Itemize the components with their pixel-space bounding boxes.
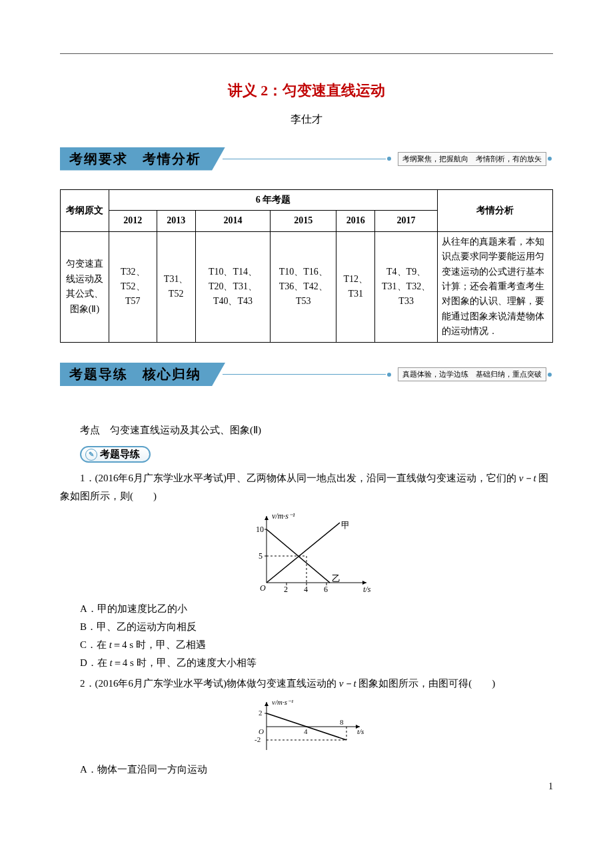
dot-icon	[548, 373, 552, 377]
q2-optA: A．物体一直沿同一方向运动	[60, 761, 553, 779]
q1-x2: 2	[284, 585, 288, 594]
q2-yneg2: -2	[255, 735, 261, 743]
td-topic: 匀变速直线运动及其公式、图象(Ⅱ)	[61, 231, 109, 342]
banner-practice: 考题导练 核心归纳 真题体验，边学边练 基础归纳，重点突破	[60, 363, 553, 387]
td-2012: T32、T52、T57	[109, 231, 157, 342]
page-title: 讲义 2：匀变速直线运动	[60, 81, 553, 101]
td-2015: T10、T16、T36、T42、T53	[271, 231, 336, 342]
q1-optA: A．甲的加速度比乙的小	[60, 600, 553, 618]
q2-stem: 2．(2016年6月广东学业水平考试)物体做匀变速直线运动的 v－t 图象如图所…	[60, 675, 553, 693]
q2-x8: 8	[340, 718, 344, 726]
q1-optC-a: C．在	[80, 639, 109, 650]
q1-y5: 5	[259, 551, 263, 561]
dot-icon	[387, 157, 391, 161]
td-2016: T12、T31	[336, 231, 375, 342]
q1-stem: 1．(2016年6月广东学业水平考试)甲、乙两物体从同一地点出发，沿同一直线做匀…	[60, 469, 553, 505]
q1-optD: D．在 t＝4 s 时，甲、乙的速度大小相等	[60, 654, 553, 672]
banner-outline-main: 考纲要求 考情分析	[60, 147, 225, 171]
q1-optC-b: ＝4 s 时，甲、乙相遇	[112, 639, 206, 650]
th-2012: 2012	[109, 211, 157, 231]
th-2016: 2016	[336, 211, 375, 231]
dot-icon	[387, 373, 391, 377]
svg-line-9	[267, 523, 340, 583]
q2-y2: 2	[259, 709, 263, 717]
q1-optD-a: D．在	[80, 657, 110, 668]
vt-var: v－t	[339, 678, 356, 689]
td-2013: T31、T52	[157, 231, 195, 342]
banner-outline: 考纲要求 考情分析 考纲聚焦，把握航向 考情剖析，有的放矢	[60, 147, 553, 171]
banner-line	[223, 374, 386, 375]
td-2014: T10、T14、T20、T31、T40、T43	[195, 231, 271, 342]
q1-optC: C．在 t＝4 s 时，甲、乙相遇	[60, 636, 553, 654]
q2-x4: 4	[304, 727, 308, 735]
td-analysis: 从往年的真题来看，本知识点要求同学要能运用匀变速运动的公式进行基本计算；还会着重…	[438, 231, 553, 342]
th-2013: 2013	[157, 211, 195, 231]
th-analysis: 考情分析	[438, 190, 553, 232]
page-number: 1	[548, 781, 553, 792]
q1-stem-a: 1．(2016年6月广东学业水平考试)甲、乙两物体从同一地点出发，沿同一直线做匀…	[80, 473, 519, 483]
q1-line-yi: 乙	[332, 573, 340, 583]
exam-table: 考纲原文 6 年考题 考情分析 2012 2013 2014 2015 2016…	[60, 189, 553, 343]
q1-ylabel: v/m·s⁻¹	[272, 511, 295, 521]
q1-xlabel: t/s	[363, 585, 371, 594]
th-outline: 考纲原文	[61, 190, 109, 232]
vt-var: v－t	[519, 473, 536, 483]
kaodian: 考点 匀变速直线运动及其公式、图象(Ⅱ)	[60, 421, 553, 439]
dot-icon	[548, 157, 552, 161]
q2-chart: v/m·s⁻¹ t/s 2 -2 O 4 8	[240, 697, 373, 757]
q1-optB: B．甲、乙的运动方向相反	[60, 618, 553, 636]
q2-stem-b: 图象如图所示，由图可得( )	[356, 678, 496, 689]
banner-practice-sub: 真题体验，边学边练 基础归纳，重点突破	[398, 367, 546, 381]
th-2017: 2017	[375, 211, 438, 231]
q1-chart: v/m·s⁻¹ t/s 10 5 O 2 4 6 甲 乙	[233, 509, 380, 596]
banner-line	[223, 159, 386, 159]
q2-origin: O	[259, 727, 264, 735]
q1-x6: 6	[324, 585, 328, 594]
banner-outline-sub: 考纲聚焦，把握航向 考情剖析，有的放矢	[398, 152, 546, 166]
q1-x4: 4	[304, 585, 308, 594]
th-2015: 2015	[271, 211, 336, 231]
banner-practice-main: 考题导练 核心归纳	[60, 363, 225, 386]
th-2014: 2014	[195, 211, 271, 231]
q1-y10: 10	[256, 525, 264, 534]
q2-stem-a: 2．(2016年6月广东学业水平考试)物体做匀变速直线运动的	[80, 678, 339, 689]
q1-line-jia: 甲	[341, 520, 350, 530]
pill-label: 考题导练	[100, 449, 140, 459]
q1-origin: O	[260, 583, 266, 593]
pill-practice: ✎考题导练	[80, 446, 151, 463]
q2-ylabel: v/m·s⁻¹	[272, 698, 293, 706]
author: 李仕才	[60, 113, 553, 127]
q1-optD-b: ＝4 s 时，甲、乙的速度大小相等	[113, 657, 257, 668]
td-2017: T4、T9、T31、T32、T33	[375, 231, 438, 342]
th-years: 6 年考题	[109, 190, 438, 211]
pencil-icon: ✎	[85, 449, 97, 461]
q2-xlabel: t/s	[357, 727, 364, 735]
